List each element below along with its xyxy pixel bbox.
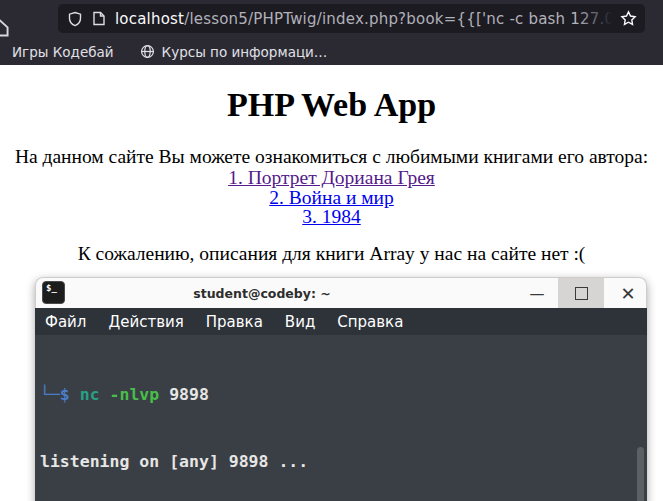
menu-help[interactable]: Справка: [337, 313, 403, 331]
menu-edit[interactable]: Правка: [206, 313, 263, 331]
terminal-titlebar[interactable]: $_ student@codeby: ~ — ✕: [35, 277, 647, 308]
url-text[interactable]: localhost/lesson5/PHPTwig/index.php?book…: [115, 10, 612, 28]
menu-view[interactable]: Вид: [285, 313, 315, 331]
globe-icon: [140, 44, 155, 59]
terminal-prompt-line: └─$ nc -nlvp 9898: [40, 384, 647, 406]
maximize-icon: [575, 287, 588, 300]
shield-icon[interactable]: [67, 11, 83, 27]
command-flags: -nlvp: [100, 385, 160, 404]
url-bar[interactable]: localhost/lesson5/PHPTwig/index.php?book…: [58, 4, 645, 33]
command-name: nc: [70, 385, 100, 404]
terminal-title: student@codeby: ~: [193, 278, 330, 308]
bookmark-label: Курсы по информаци…: [162, 44, 328, 60]
terminal-line: listening on [any] 9898 ...: [40, 451, 647, 473]
screen: localhost/lesson5/PHPTwig/index.php?book…: [0, 0, 663, 501]
book-link-3[interactable]: 3. 1984: [0, 207, 663, 227]
command-arg: 9898: [159, 385, 209, 404]
book-links: 1. Портрет Дориана Грея 2. Война и мир 3…: [0, 168, 663, 227]
terminal-output[interactable]: └─$ nc -nlvp 9898 listening on [any] 989…: [35, 335, 647, 501]
page-title: PHP Web App: [0, 88, 663, 122]
maximize-button[interactable]: [558, 278, 604, 308]
terminal-scrollbar-thumb[interactable]: [637, 447, 644, 501]
intro-text: На данном сайте Вы можете ознакомиться с…: [0, 146, 663, 167]
menu-actions[interactable]: Действия: [108, 313, 183, 331]
bookmark-label: Игры Кодебай: [12, 44, 114, 60]
minimize-button[interactable]: —: [523, 278, 551, 308]
book-link-2[interactable]: 2. Война и мир: [0, 188, 663, 208]
terminal-window: $_ student@codeby: ~ — ✕ Файл Действия П…: [35, 277, 647, 501]
url-path: /lesson5/PHPTwig/index.php?book={{['nc -…: [184, 10, 612, 28]
terminal-app-icon: $_: [42, 281, 65, 304]
page-info-icon[interactable]: [92, 11, 106, 26]
book-link-1[interactable]: 1. Портрет Дориана Грея: [0, 168, 663, 188]
url-host: localhost: [115, 10, 184, 28]
terminal-menubar: Файл Действия Правка Вид Справка: [35, 308, 647, 335]
menu-file[interactable]: Файл: [45, 313, 86, 331]
bookmark-item-courses[interactable]: Курсы по информаци…: [140, 44, 328, 60]
browser-chrome: localhost/lesson5/PHPTwig/index.php?book…: [0, 0, 663, 65]
shell-prompt: └─$: [40, 385, 70, 404]
bookmark-star-icon[interactable]: [620, 10, 637, 27]
bookmark-item-games[interactable]: Игры Кодебай: [12, 44, 114, 60]
notice-text: К сожалению, описания для книги Array у …: [0, 243, 663, 264]
browser-navbar: localhost/lesson5/PHPTwig/index.php?book…: [0, 0, 663, 38]
bookmarks-bar: Игры Кодебай Курсы по информаци…: [0, 38, 663, 65]
close-button[interactable]: ✕: [612, 278, 644, 308]
